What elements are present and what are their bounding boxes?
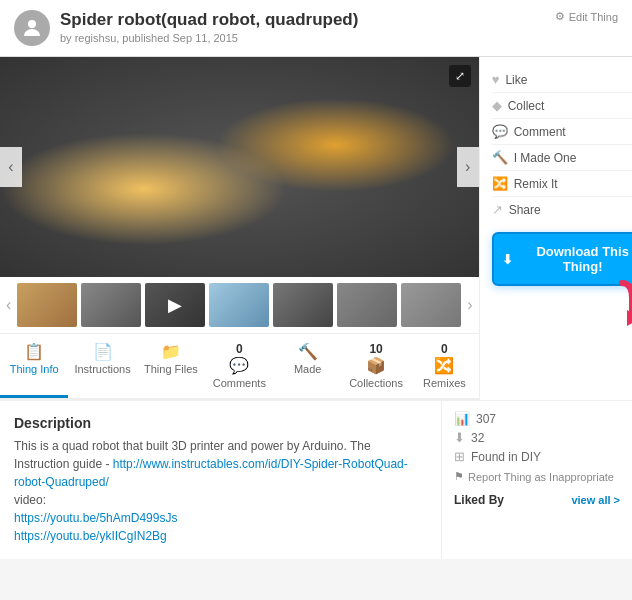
description-text: This is a quad robot that built 3D print…: [14, 437, 427, 545]
flag-icon: ⚑: [454, 470, 464, 483]
comments-icon: 💬: [209, 356, 269, 375]
thumbnails-strip: ‹ ▶ ›: [0, 277, 479, 334]
made-one-icon: 🔨: [492, 150, 508, 165]
expand-icon[interactable]: ⤢: [449, 65, 471, 87]
next-image-button[interactable]: ›: [457, 147, 479, 187]
share-icon: ↗: [492, 202, 503, 217]
share-action[interactable]: ↗ Share: [492, 197, 632, 222]
tab-remixes[interactable]: 0 🔀 Remixes: [410, 334, 478, 398]
sidebar-stats: 📊 307 ⬇ 32 ⊞ Found in DIY ⚑ Report Thing…: [442, 401, 632, 559]
page-header: Spider robot(quad robot, quadruped) by r…: [0, 0, 632, 57]
download-button[interactable]: ⬇ Download This Thing!: [492, 232, 632, 286]
bottom-area: Description This is a quad robot that bu…: [0, 400, 632, 559]
thumb-next-arrow[interactable]: ›: [465, 296, 474, 314]
main-content: ⤢ ‹ › ‹ ▶ › 📋 Thing Info 📄 Instructions: [0, 57, 632, 400]
stat-views: 📊 307: [454, 411, 620, 426]
description-panel: Description This is a quad robot that bu…: [0, 401, 442, 559]
like-action[interactable]: ♥ Like 11: [492, 67, 632, 93]
view-all-link[interactable]: view all >: [571, 494, 620, 506]
left-panel: ⤢ ‹ › ‹ ▶ › 📋 Thing Info 📄 Instructions: [0, 57, 479, 400]
prev-image-button[interactable]: ‹: [0, 147, 22, 187]
heart-icon: ♥: [492, 72, 500, 87]
thing-info-icon: 📋: [4, 342, 64, 361]
thumbnail-3[interactable]: ▶: [145, 283, 205, 327]
tab-thing-files[interactable]: 📁 Thing Files: [137, 334, 205, 398]
comment-icon: 💬: [492, 124, 508, 139]
remix-icon: 🔀: [492, 176, 508, 191]
page-title: Spider robot(quad robot, quadruped): [60, 10, 545, 30]
instructions-icon: 📄: [72, 342, 132, 361]
edit-thing-button[interactable]: ⚙ Edit Thing: [555, 10, 618, 23]
found-in-diy: ⊞ Found in DIY: [454, 449, 620, 464]
comment-action[interactable]: 💬 Comment 0: [492, 119, 632, 145]
remixes-icon: 🔀: [414, 356, 474, 375]
download-stat-icon: ⬇: [454, 430, 465, 445]
title-block: Spider robot(quad robot, quadruped) by r…: [60, 10, 545, 44]
gear-icon: ⚙: [555, 10, 565, 23]
youtube-link-1[interactable]: https://youtu.be/5hAmD499sJs: [14, 511, 177, 525]
avatar: [14, 10, 50, 46]
download-btn-wrap: ⬇ Download This Thing!: [492, 232, 632, 286]
liked-by-section: Liked By view all >: [454, 493, 620, 507]
collect-action[interactable]: ◆ Collect 10: [492, 93, 632, 119]
image-container: ⤢ ‹ ›: [0, 57, 479, 277]
tab-made[interactable]: 🔨 Made: [274, 334, 342, 398]
report-button[interactable]: ⚑ Report Thing as Inappropriate: [454, 470, 620, 483]
thumbnail-6[interactable]: [337, 283, 397, 327]
svg-marker-1: [627, 310, 632, 326]
collect-icon: ◆: [492, 98, 502, 113]
thumb-prev-arrow[interactable]: ‹: [4, 296, 13, 314]
main-image: [0, 57, 479, 277]
thumbnail-7[interactable]: [401, 283, 461, 327]
action-list: ♥ Like 11 ◆ Collect 10 💬 Comment 0: [492, 67, 632, 222]
thumbnail-4[interactable]: [209, 283, 269, 327]
thumbnail-2[interactable]: [81, 283, 141, 327]
svg-point-0: [28, 20, 36, 28]
thing-files-icon: 📁: [141, 342, 201, 361]
thumbnail-1[interactable]: [17, 283, 77, 327]
tab-instructions[interactable]: 📄 Instructions: [68, 334, 136, 398]
description-title: Description: [14, 415, 427, 431]
download-icon: ⬇: [502, 252, 513, 267]
right-panel: ♥ Like 11 ◆ Collect 10 💬 Comment 0: [479, 57, 632, 400]
remix-action[interactable]: 🔀 Remix It 0: [492, 171, 632, 197]
grid-icon: ⊞: [454, 449, 465, 464]
made-one-action[interactable]: 🔨 I Made One 0: [492, 145, 632, 171]
bar-chart-icon: 📊: [454, 411, 470, 426]
thing-meta: by regishsu, published Sep 11, 2015: [60, 32, 545, 44]
collections-icon: 📦: [346, 356, 406, 375]
tabs-bar: 📋 Thing Info 📄 Instructions 📁 Thing File…: [0, 334, 479, 400]
made-icon: 🔨: [278, 342, 338, 361]
arrow-decoration: [567, 278, 632, 336]
stat-downloads: ⬇ 32: [454, 430, 620, 445]
thumbnail-5[interactable]: [273, 283, 333, 327]
tab-collections[interactable]: 10 📦 Collections: [342, 334, 410, 398]
youtube-link-2[interactable]: https://youtu.be/ykIICgIN2Bg: [14, 529, 167, 543]
tab-thing-info[interactable]: 📋 Thing Info: [0, 334, 68, 398]
tab-comments[interactable]: 0 💬 Comments: [205, 334, 273, 398]
